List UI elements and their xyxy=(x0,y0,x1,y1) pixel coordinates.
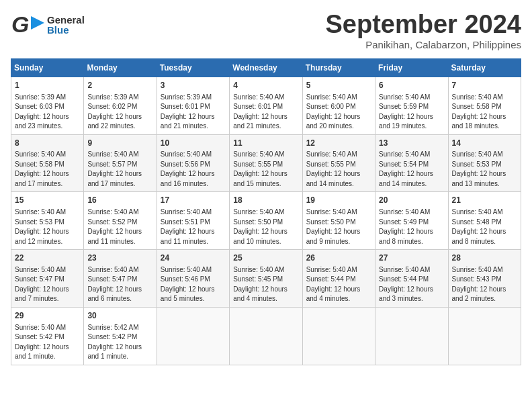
col-monday: Monday xyxy=(84,58,157,77)
table-row: 4Sunrise: 5:40 AMSunset: 6:01 PMDaylight… xyxy=(230,77,302,134)
day-info: Sunrise: 5:42 AMSunset: 5:42 PMDaylight:… xyxy=(87,323,152,362)
table-row: 27Sunrise: 5:40 AMSunset: 5:44 PMDayligh… xyxy=(375,250,448,308)
table-row: 21Sunrise: 5:40 AMSunset: 5:48 PMDayligh… xyxy=(448,192,521,250)
table-row: 17Sunrise: 5:40 AMSunset: 5:51 PMDayligh… xyxy=(157,192,229,250)
day-info: Sunrise: 5:40 AMSunset: 5:50 PMDaylight:… xyxy=(306,208,371,246)
table-row: 12Sunrise: 5:40 AMSunset: 5:55 PMDayligh… xyxy=(302,134,375,192)
day-info: Sunrise: 5:40 AMSunset: 5:51 PMDaylight:… xyxy=(161,208,226,246)
day-number: 6 xyxy=(379,80,444,91)
day-info: Sunrise: 5:40 AMSunset: 5:54 PMDaylight:… xyxy=(379,150,444,189)
table-row: 19Sunrise: 5:40 AMSunset: 5:50 PMDayligh… xyxy=(302,192,375,250)
logo: G General Blue xyxy=(11,11,85,39)
day-info: Sunrise: 5:40 AMSunset: 5:55 PMDaylight:… xyxy=(233,150,298,189)
svg-marker-1 xyxy=(31,16,44,30)
table-row: 23Sunrise: 5:40 AMSunset: 5:47 PMDayligh… xyxy=(84,250,157,308)
day-info: Sunrise: 5:40 AMSunset: 5:48 PMDaylight:… xyxy=(452,208,517,246)
day-number: 9 xyxy=(87,138,152,149)
table-row: 26Sunrise: 5:40 AMSunset: 5:44 PMDayligh… xyxy=(302,250,375,308)
day-info: Sunrise: 5:40 AMSunset: 5:57 PMDaylight:… xyxy=(87,150,152,189)
table-row: 20Sunrise: 5:40 AMSunset: 5:49 PMDayligh… xyxy=(375,192,448,250)
day-info: Sunrise: 5:40 AMSunset: 5:45 PMDaylight:… xyxy=(233,265,298,304)
day-info: Sunrise: 5:40 AMSunset: 5:53 PMDaylight:… xyxy=(15,208,80,246)
day-number: 11 xyxy=(233,138,298,149)
day-info: Sunrise: 5:40 AMSunset: 5:52 PMDaylight:… xyxy=(87,208,152,246)
col-tuesday: Tuesday xyxy=(157,58,229,77)
day-info: Sunrise: 5:40 AMSunset: 5:43 PMDaylight:… xyxy=(452,265,517,304)
table-row: 18Sunrise: 5:40 AMSunset: 5:50 PMDayligh… xyxy=(230,192,302,250)
day-number: 17 xyxy=(161,195,226,206)
calendar-header-row: Sunday Monday Tuesday Wednesday Thursday… xyxy=(11,58,521,77)
page-header: G General Blue September 2024 Panikihan,… xyxy=(11,11,521,50)
col-friday: Friday xyxy=(375,58,448,77)
svg-text:G: G xyxy=(11,11,29,37)
table-row: 15Sunrise: 5:40 AMSunset: 5:53 PMDayligh… xyxy=(11,192,84,250)
day-info: Sunrise: 5:40 AMSunset: 5:46 PMDaylight:… xyxy=(161,265,226,304)
table-row: 9Sunrise: 5:40 AMSunset: 5:57 PMDaylight… xyxy=(84,134,157,192)
table-row xyxy=(375,307,448,365)
day-info: Sunrise: 5:40 AMSunset: 5:49 PMDaylight:… xyxy=(379,208,444,246)
table-row xyxy=(157,307,229,365)
day-number: 30 xyxy=(87,310,152,322)
day-number: 13 xyxy=(379,138,444,149)
day-info: Sunrise: 5:39 AMSunset: 6:02 PMDaylight:… xyxy=(87,93,152,132)
day-info: Sunrise: 5:40 AMSunset: 5:59 PMDaylight:… xyxy=(379,93,444,132)
table-row: 6Sunrise: 5:40 AMSunset: 5:59 PMDaylight… xyxy=(375,77,448,134)
day-number: 27 xyxy=(379,253,444,264)
day-number: 22 xyxy=(15,253,80,264)
day-info: Sunrise: 5:40 AMSunset: 5:50 PMDaylight:… xyxy=(233,208,298,246)
day-info: Sunrise: 5:40 AMSunset: 5:53 PMDaylight:… xyxy=(452,150,517,189)
table-row: 25Sunrise: 5:40 AMSunset: 5:45 PMDayligh… xyxy=(230,250,302,308)
col-thursday: Thursday xyxy=(302,58,375,77)
col-wednesday: Wednesday xyxy=(230,58,302,77)
col-sunday: Sunday xyxy=(11,58,84,77)
day-number: 25 xyxy=(233,253,298,264)
calendar-week-row: 22Sunrise: 5:40 AMSunset: 5:47 PMDayligh… xyxy=(11,250,521,308)
day-number: 4 xyxy=(233,80,298,91)
day-number: 20 xyxy=(379,195,444,206)
day-info: Sunrise: 5:40 AMSunset: 5:44 PMDaylight:… xyxy=(379,265,444,304)
day-number: 1 xyxy=(15,80,80,91)
day-number: 26 xyxy=(306,253,371,264)
day-info: Sunrise: 5:40 AMSunset: 5:56 PMDaylight:… xyxy=(161,150,226,189)
table-row: 7Sunrise: 5:40 AMSunset: 5:58 PMDaylight… xyxy=(448,77,521,134)
day-number: 8 xyxy=(15,138,80,149)
day-number: 28 xyxy=(452,253,517,264)
table-row: 8Sunrise: 5:40 AMSunset: 5:58 PMDaylight… xyxy=(11,134,84,192)
calendar-week-row: 8Sunrise: 5:40 AMSunset: 5:58 PMDaylight… xyxy=(11,134,521,192)
day-number: 7 xyxy=(452,80,517,91)
day-number: 19 xyxy=(306,195,371,206)
title-area: September 2024 Panikihan, Calabarzon, Ph… xyxy=(326,11,522,50)
day-info: Sunrise: 5:40 AMSunset: 5:44 PMDaylight:… xyxy=(306,265,371,304)
day-info: Sunrise: 5:40 AMSunset: 6:01 PMDaylight:… xyxy=(233,93,298,132)
calendar-table: Sunday Monday Tuesday Wednesday Thursday… xyxy=(11,58,521,365)
table-row: 22Sunrise: 5:40 AMSunset: 5:47 PMDayligh… xyxy=(11,250,84,308)
table-row: 30Sunrise: 5:42 AMSunset: 5:42 PMDayligh… xyxy=(84,307,157,365)
calendar-week-row: 29Sunrise: 5:40 AMSunset: 5:42 PMDayligh… xyxy=(11,307,521,365)
day-number: 24 xyxy=(161,253,226,264)
day-info: Sunrise: 5:39 AMSunset: 6:01 PMDaylight:… xyxy=(161,93,226,132)
day-number: 29 xyxy=(15,310,80,322)
logo-text: General Blue xyxy=(47,15,85,35)
day-info: Sunrise: 5:39 AMSunset: 6:03 PMDaylight:… xyxy=(15,93,80,132)
table-row xyxy=(230,307,302,365)
table-row: 24Sunrise: 5:40 AMSunset: 5:46 PMDayligh… xyxy=(157,250,229,308)
table-row: 3Sunrise: 5:39 AMSunset: 6:01 PMDaylight… xyxy=(157,77,229,134)
day-number: 21 xyxy=(452,195,517,206)
table-row: 29Sunrise: 5:40 AMSunset: 5:42 PMDayligh… xyxy=(11,307,84,365)
table-row: 10Sunrise: 5:40 AMSunset: 5:56 PMDayligh… xyxy=(157,134,229,192)
day-number: 5 xyxy=(306,80,371,91)
col-saturday: Saturday xyxy=(448,58,521,77)
day-number: 18 xyxy=(233,195,298,206)
table-row: 5Sunrise: 5:40 AMSunset: 6:00 PMDaylight… xyxy=(302,77,375,134)
day-number: 14 xyxy=(452,138,517,149)
day-info: Sunrise: 5:40 AMSunset: 5:58 PMDaylight:… xyxy=(15,150,80,189)
day-info: Sunrise: 5:40 AMSunset: 5:47 PMDaylight:… xyxy=(87,265,152,304)
day-number: 10 xyxy=(161,138,226,149)
table-row xyxy=(302,307,375,365)
day-number: 2 xyxy=(87,80,152,91)
location-title: Panikihan, Calabarzon, Philippines xyxy=(326,39,522,50)
day-info: Sunrise: 5:40 AMSunset: 5:42 PMDaylight:… xyxy=(15,323,80,362)
logo-icon: G xyxy=(11,11,46,39)
day-info: Sunrise: 5:40 AMSunset: 5:47 PMDaylight:… xyxy=(15,265,80,304)
calendar-week-row: 15Sunrise: 5:40 AMSunset: 5:53 PMDayligh… xyxy=(11,192,521,250)
